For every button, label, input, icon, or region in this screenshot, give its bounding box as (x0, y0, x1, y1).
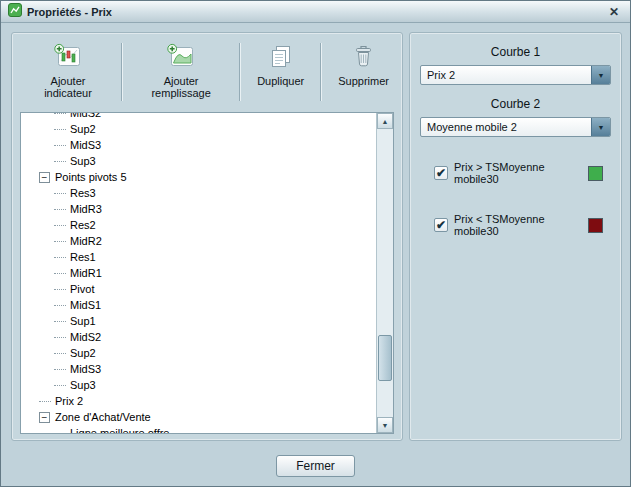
courbe1-select[interactable]: Prix 2 ▼ (420, 65, 611, 85)
tree-item[interactable]: Sup3 (21, 153, 376, 169)
scrollbar-thumb[interactable] (378, 335, 392, 381)
tree-connector (54, 193, 66, 194)
rule-above-row: ✔ Prix > TSMoyenne mobile30 (434, 161, 603, 185)
tree-item[interactable]: Sup2 (21, 345, 376, 361)
tree-connector (39, 401, 51, 402)
tree-item-label: Zone d'Achat/Vente (55, 411, 151, 423)
tree-rows: MidS2Sup2MidS3Sup3−Points pivots 5Res3Mi… (21, 113, 376, 433)
tree-item[interactable]: Ligne meilleure offre (21, 425, 376, 433)
tree-item-label: Res2 (70, 219, 96, 231)
add-fill-icon (166, 43, 196, 70)
color-swatch-green[interactable] (588, 166, 603, 181)
tree-item[interactable]: MidS1 (21, 297, 376, 313)
tree-item-label: MidS2 (70, 331, 101, 343)
curves-panel: Courbe 1 Prix 2 ▼ Courbe 2 Moyenne mobil… (409, 32, 622, 441)
tree-item[interactable]: MidS2 (21, 113, 376, 121)
tree-connector (54, 433, 66, 434)
add-fill-label: Ajouter remplissage (139, 75, 223, 99)
scrollbar-track[interactable] (377, 129, 393, 417)
checkbox-checked-icon[interactable]: ✔ (434, 166, 448, 180)
vertical-scrollbar[interactable]: ▲ ▼ (376, 113, 393, 433)
tree-item[interactable]: Res1 (21, 249, 376, 265)
tree-item-label: MidS3 (70, 139, 101, 151)
tree-item-label: MidR3 (70, 203, 102, 215)
tree-item[interactable]: Pivot (21, 281, 376, 297)
tree-item-label: MidS3 (70, 363, 101, 375)
tree-item-label: Sup2 (70, 123, 96, 135)
checkbox-checked-icon[interactable]: ✔ (434, 218, 448, 232)
rule-above-label: Prix > TSMoyenne mobile30 (454, 161, 582, 185)
rule-below-label: Prix < TSMoyenne mobile30 (454, 213, 582, 237)
close-icon[interactable]: ✕ (605, 5, 623, 19)
tree-item-label: Sup1 (70, 315, 96, 327)
add-indicator-button[interactable]: Ajouter indicateur (22, 41, 114, 101)
tree-item-label: Sup3 (70, 155, 96, 167)
rule-below-row: ✔ Prix < TSMoyenne mobile30 (434, 213, 603, 237)
tree-item[interactable]: Res3 (21, 185, 376, 201)
tree-connector (54, 337, 66, 338)
tree-item[interactable]: MidS2 (21, 329, 376, 345)
tree-item-label: Sup2 (70, 347, 96, 359)
tree-item[interactable]: MidS3 (21, 361, 376, 377)
tree-item-label: MidS1 (70, 299, 101, 311)
titlebar: Propriétés - Prix ✕ (1, 1, 630, 23)
tree-connector (54, 353, 66, 354)
tree-item[interactable]: Sup2 (21, 121, 376, 137)
tree-item[interactable]: Sup1 (21, 313, 376, 329)
chevron-down-icon[interactable]: ▼ (591, 66, 610, 84)
tree-item[interactable]: −Zone d'Achat/Vente (21, 409, 376, 425)
tree-connector (54, 321, 66, 322)
toolbar-separator (121, 43, 123, 101)
add-fill-button[interactable]: Ajouter remplissage (130, 41, 232, 101)
dialog-content: Ajouter indicateur Ajouter remplissage (1, 24, 630, 486)
tree-connector (54, 289, 66, 290)
tree-item-label: MidR2 (70, 235, 102, 247)
scroll-down-icon[interactable]: ▼ (377, 417, 393, 433)
tree-item-label: Res3 (70, 187, 96, 199)
tree-item[interactable]: Sup3 (21, 377, 376, 393)
tree-item-label: Sup3 (70, 379, 96, 391)
chevron-down-icon[interactable]: ▼ (591, 118, 610, 136)
tree-collapse-icon[interactable]: − (39, 412, 50, 423)
tree-item-label: Points pivots 5 (55, 171, 127, 183)
tree-connector (54, 385, 66, 386)
tree-item[interactable]: −Points pivots 5 (21, 169, 376, 185)
tree-connector (54, 257, 66, 258)
tree-item-label: Prix 2 (55, 395, 83, 407)
tree-connector (54, 145, 66, 146)
tree-connector (54, 129, 66, 130)
courbe1-value: Prix 2 (421, 66, 591, 84)
tree-connector (54, 209, 66, 210)
indicators-panel: Ajouter indicateur Ajouter remplissage (11, 32, 403, 441)
tree-item[interactable]: MidR1 (21, 265, 376, 281)
scroll-up-icon[interactable]: ▲ (377, 113, 393, 129)
tree-item[interactable]: MidR3 (21, 201, 376, 217)
tree-item-label: MidS2 (70, 113, 101, 119)
footer: Fermer (1, 455, 630, 477)
tree-viewport: MidS2Sup2MidS3Sup3−Points pivots 5Res3Mi… (21, 113, 376, 433)
tree-connector (54, 273, 66, 274)
tree-item-label: Res1 (70, 251, 96, 263)
tree-item[interactable]: MidR2 (21, 233, 376, 249)
tree-collapse-icon[interactable]: − (39, 172, 50, 183)
color-swatch-red[interactable] (588, 218, 603, 233)
add-indicator-icon (53, 43, 83, 70)
tree-item[interactable]: Prix 2 (21, 393, 376, 409)
trash-icon (350, 43, 377, 70)
app-icon (8, 3, 22, 21)
properties-window: Propriétés - Prix ✕ (0, 0, 631, 487)
duplicate-label: Dupliquer (257, 75, 304, 87)
tree-connector (54, 225, 66, 226)
tree-item[interactable]: MidS3 (21, 137, 376, 153)
window-title: Propriétés - Prix (27, 6, 600, 18)
close-dialog-button[interactable]: Fermer (276, 455, 355, 477)
duplicate-icon (267, 43, 294, 70)
duplicate-button[interactable]: Dupliquer (248, 41, 313, 89)
tree-connector (54, 113, 66, 114)
delete-button[interactable]: Supprimer (329, 41, 398, 89)
add-indicator-label: Ajouter indicateur (31, 75, 105, 99)
tree-item[interactable]: Res2 (21, 217, 376, 233)
courbe2-select[interactable]: Moyenne mobile 2 ▼ (420, 117, 611, 137)
courbe2-value: Moyenne mobile 2 (421, 118, 591, 136)
tree-connector (54, 241, 66, 242)
